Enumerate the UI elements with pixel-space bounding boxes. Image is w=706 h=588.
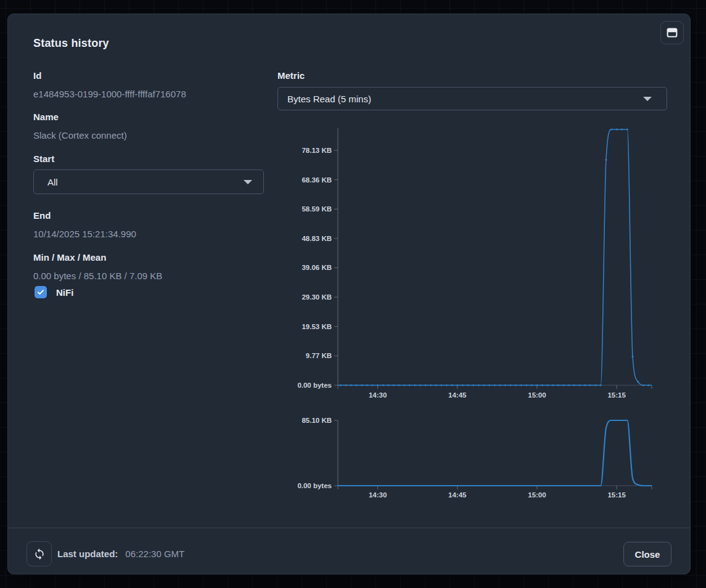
x-tick-label: 14:30 [369, 391, 387, 399]
y-tick-label: 0.00 bytes [297, 382, 332, 389]
start-select[interactable]: All [33, 169, 264, 194]
data-point-marker [573, 385, 575, 386]
y-tick-label: 85.10 KB [302, 417, 332, 424]
x-tick-label: 14:45 [448, 491, 467, 499]
refresh-icon [33, 548, 46, 560]
data-point-marker [515, 385, 517, 386]
data-point-marker [621, 128, 623, 130]
nifi-checkbox-label: NiFi [56, 287, 73, 298]
data-point-marker [414, 385, 416, 386]
data-point-marker [578, 385, 580, 386]
data-point-marker [631, 356, 633, 357]
last-updated: Last updated: 06:22:30 GMT [57, 541, 184, 566]
data-point-marker [435, 385, 437, 386]
data-point-marker [488, 385, 490, 386]
data-point-marker [600, 385, 602, 386]
field-id-label: Id [33, 70, 41, 81]
main-line-chart: 78.13 KB68.36 KB58.59 KB48.83 KB39.06 KB… [297, 128, 652, 399]
refresh-button[interactable] [27, 541, 52, 566]
data-point-marker [393, 385, 395, 386]
data-point-marker [446, 385, 448, 386]
brush-overview-chart: 85.10 KB0.00 bytes14:3014:4515:0015:15 [297, 417, 652, 499]
data-point-marker [605, 159, 607, 161]
data-point-marker [483, 385, 485, 386]
data-point-marker [398, 385, 400, 386]
field-end-value: 10/14/2025 15:21:34.990 [33, 229, 136, 239]
y-tick-label: 58.59 KB [302, 205, 332, 213]
y-tick-label: 68.36 KB [302, 176, 332, 184]
y-tick-label: 9.77 KB [306, 352, 332, 359]
data-point-marker [509, 385, 511, 386]
data-point-marker [647, 385, 649, 386]
data-point-marker [382, 385, 384, 386]
data-point-marker [568, 385, 570, 386]
data-point-marker [456, 385, 458, 386]
nifi-series-line [338, 129, 652, 385]
data-point-marker [419, 385, 421, 386]
last-updated-label: Last updated: [57, 549, 118, 559]
nifi-series-row: NiFi [35, 286, 73, 298]
field-metric-label: Metric [277, 70, 305, 81]
y-tick-label: 29.30 KB [302, 293, 332, 301]
data-point-marker [366, 385, 368, 386]
data-point-marker [387, 385, 389, 386]
data-point-marker [504, 385, 506, 386]
data-point-marker [350, 385, 352, 386]
data-point-marker [594, 385, 596, 386]
field-name-label: Name [33, 112, 59, 122]
check-icon [36, 288, 45, 296]
data-point-marker [356, 385, 358, 386]
nifi-series-line-overview [338, 420, 652, 486]
data-point-marker [340, 385, 342, 386]
chevron-down-icon [244, 180, 252, 184]
data-point-marker [345, 385, 347, 386]
field-name-value: Slack (Cortex connect) [33, 130, 127, 141]
close-button[interactable]: Close [623, 542, 671, 566]
x-tick-label: 14:45 [448, 391, 467, 399]
metric-select[interactable]: Bytes Read (5 mins) [277, 87, 667, 110]
y-tick-label: 39.06 KB [302, 264, 332, 271]
data-point-marker [478, 385, 480, 386]
field-minmaxmean-value: 0.00 bytes / 85.10 KB / 7.09 KB [33, 271, 162, 281]
data-point-marker [536, 385, 538, 386]
data-point-marker [552, 385, 554, 386]
y-tick-label: 19.53 KB [302, 323, 332, 330]
status-history-charts[interactable]: 78.13 KB68.36 KB58.59 KB48.83 KB39.06 KB… [277, 113, 667, 501]
field-end-label: End [33, 210, 51, 221]
data-point-marker [451, 385, 453, 386]
x-tick-label: 15:00 [528, 391, 546, 399]
data-point-marker [557, 385, 559, 386]
page-background: { "dialog": { "title": "Status history",… [0, 0, 706, 588]
metric-select-value: Bytes Read (5 mins) [287, 94, 371, 104]
data-point-marker [525, 385, 527, 386]
chevron-down-icon [643, 97, 652, 101]
maximize-button[interactable] [660, 21, 684, 44]
window-maximize-icon [666, 27, 678, 38]
data-point-marker [409, 385, 411, 386]
y-tick-label: 78.13 KB [302, 147, 332, 154]
x-tick-label: 15:15 [607, 391, 626, 399]
data-point-marker [637, 381, 639, 383]
last-updated-value: 06:22:30 GMT [125, 549, 184, 559]
x-tick-label: 14:30 [369, 491, 387, 499]
y-tick-label: 0.00 bytes [297, 482, 332, 489]
data-point-marker [547, 385, 549, 386]
data-point-marker [462, 385, 464, 386]
field-start-label: Start [33, 153, 54, 164]
field-id-value: e1484953-0199-1000-ffff-ffffaf716078 [33, 89, 186, 99]
data-point-marker [440, 385, 442, 386]
data-point-marker [642, 385, 644, 386]
data-point-marker [563, 385, 565, 386]
data-point-marker [499, 385, 501, 386]
data-point-marker [520, 385, 522, 386]
data-point-marker [430, 385, 432, 386]
footer-divider [8, 528, 690, 528]
data-point-marker [494, 385, 496, 386]
data-point-marker [610, 128, 612, 130]
data-point-marker [371, 385, 373, 386]
data-point-marker [377, 385, 379, 386]
dialog-title: Status history [33, 37, 109, 50]
nifi-checkbox[interactable] [35, 286, 47, 298]
data-point-marker [626, 128, 628, 130]
x-tick-label: 15:15 [607, 491, 626, 499]
